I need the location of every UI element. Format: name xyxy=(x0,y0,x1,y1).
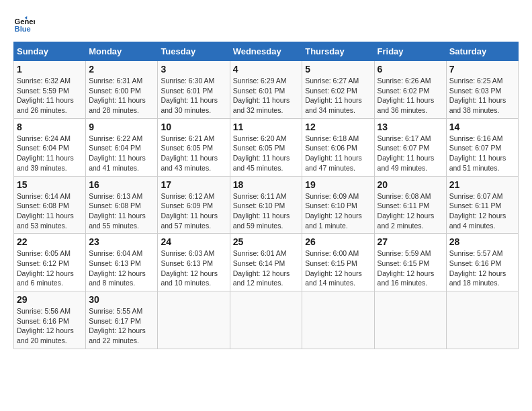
day-detail: Sunrise: 6:11 AM Sunset: 6:10 PM Dayligh… xyxy=(233,191,300,231)
calendar-cell: 1Sunrise: 6:32 AM Sunset: 5:59 PM Daylig… xyxy=(14,61,86,119)
day-number: 30 xyxy=(89,294,154,305)
day-number: 2 xyxy=(89,64,154,75)
day-number: 26 xyxy=(305,236,371,247)
day-header-saturday: Saturday xyxy=(446,42,518,61)
day-detail: Sunrise: 6:30 AM Sunset: 6:01 PM Dayligh… xyxy=(161,76,226,116)
calendar-cell: 12Sunrise: 6:18 AM Sunset: 6:06 PM Dayli… xyxy=(302,118,374,176)
calendar-cell: 25Sunrise: 6:01 AM Sunset: 6:14 PM Dayli… xyxy=(230,234,302,291)
day-number: 3 xyxy=(161,64,226,75)
day-number: 23 xyxy=(89,236,154,247)
day-detail: Sunrise: 6:04 AM Sunset: 6:13 PM Dayligh… xyxy=(89,248,154,288)
day-number: 13 xyxy=(378,122,443,132)
logo: General Blue xyxy=(13,13,38,35)
day-number: 7 xyxy=(449,64,515,75)
calendar-cell: 3Sunrise: 6:30 AM Sunset: 6:01 PM Daylig… xyxy=(158,61,230,119)
day-header-monday: Monday xyxy=(86,42,158,61)
day-detail: Sunrise: 6:14 AM Sunset: 6:08 PM Dayligh… xyxy=(17,191,83,231)
calendar-cell: 8Sunrise: 6:24 AM Sunset: 6:04 PM Daylig… xyxy=(14,118,86,176)
day-number: 22 xyxy=(17,236,83,247)
calendar-cell xyxy=(302,291,374,349)
calendar-cell: 27Sunrise: 5:59 AM Sunset: 6:15 PM Dayli… xyxy=(374,234,446,291)
calendar-cell: 15Sunrise: 6:14 AM Sunset: 6:08 PM Dayli… xyxy=(14,176,86,234)
day-detail: Sunrise: 5:59 AM Sunset: 6:15 PM Dayligh… xyxy=(378,248,443,288)
day-detail: Sunrise: 6:29 AM Sunset: 6:01 PM Dayligh… xyxy=(233,76,300,116)
day-number: 28 xyxy=(449,236,515,247)
day-number: 16 xyxy=(89,179,154,190)
day-number: 9 xyxy=(89,122,154,132)
day-detail: Sunrise: 6:13 AM Sunset: 6:08 PM Dayligh… xyxy=(89,191,154,231)
calendar-cell xyxy=(446,291,518,349)
day-detail: Sunrise: 6:27 AM Sunset: 6:02 PM Dayligh… xyxy=(305,76,371,116)
calendar-cell: 22Sunrise: 6:05 AM Sunset: 6:12 PM Dayli… xyxy=(14,234,86,291)
calendar-cell: 26Sunrise: 6:00 AM Sunset: 6:15 PM Dayli… xyxy=(302,234,374,291)
day-detail: Sunrise: 6:20 AM Sunset: 6:05 PM Dayligh… xyxy=(233,134,300,173)
day-detail: Sunrise: 6:12 AM Sunset: 6:09 PM Dayligh… xyxy=(161,191,226,231)
day-detail: Sunrise: 6:08 AM Sunset: 6:11 PM Dayligh… xyxy=(378,191,443,231)
day-detail: Sunrise: 6:25 AM Sunset: 6:03 PM Dayligh… xyxy=(449,76,515,116)
calendar-cell: 24Sunrise: 6:03 AM Sunset: 6:13 PM Dayli… xyxy=(158,234,230,291)
calendar-cell xyxy=(230,291,302,349)
day-detail: Sunrise: 6:07 AM Sunset: 6:11 PM Dayligh… xyxy=(449,191,515,231)
calendar-cell: 23Sunrise: 6:04 AM Sunset: 6:13 PM Dayli… xyxy=(86,234,158,291)
svg-text:General: General xyxy=(15,17,35,26)
calendar-cell: 17Sunrise: 6:12 AM Sunset: 6:09 PM Dayli… xyxy=(158,176,230,234)
calendar-cell: 13Sunrise: 6:17 AM Sunset: 6:07 PM Dayli… xyxy=(374,118,446,176)
calendar-cell: 11Sunrise: 6:20 AM Sunset: 6:05 PM Dayli… xyxy=(230,118,302,176)
day-header-sunday: Sunday xyxy=(14,42,86,61)
calendar-cell xyxy=(158,291,230,349)
day-number: 29 xyxy=(17,294,83,305)
calendar-cell: 18Sunrise: 6:11 AM Sunset: 6:10 PM Dayli… xyxy=(230,176,302,234)
calendar-cell: 5Sunrise: 6:27 AM Sunset: 6:02 PM Daylig… xyxy=(302,61,374,119)
day-detail: Sunrise: 5:55 AM Sunset: 6:17 PM Dayligh… xyxy=(89,306,154,346)
day-detail: Sunrise: 6:22 AM Sunset: 6:04 PM Dayligh… xyxy=(89,134,154,173)
day-detail: Sunrise: 6:05 AM Sunset: 6:12 PM Dayligh… xyxy=(17,248,83,288)
day-header-friday: Friday xyxy=(374,42,446,61)
day-detail: Sunrise: 6:21 AM Sunset: 6:05 PM Dayligh… xyxy=(161,134,226,173)
day-number: 1 xyxy=(17,64,83,75)
day-number: 27 xyxy=(378,236,443,247)
day-number: 19 xyxy=(305,179,371,190)
day-detail: Sunrise: 6:18 AM Sunset: 6:06 PM Dayligh… xyxy=(305,134,371,173)
day-detail: Sunrise: 6:31 AM Sunset: 6:00 PM Dayligh… xyxy=(89,76,154,116)
day-detail: Sunrise: 6:26 AM Sunset: 6:02 PM Dayligh… xyxy=(378,76,443,116)
day-number: 12 xyxy=(305,122,371,132)
day-detail: Sunrise: 6:24 AM Sunset: 6:04 PM Dayligh… xyxy=(17,134,83,173)
calendar-cell: 14Sunrise: 6:16 AM Sunset: 6:07 PM Dayli… xyxy=(446,118,518,176)
day-detail: Sunrise: 5:56 AM Sunset: 6:16 PM Dayligh… xyxy=(17,306,83,346)
day-number: 18 xyxy=(233,179,300,190)
day-detail: Sunrise: 6:17 AM Sunset: 6:07 PM Dayligh… xyxy=(378,134,443,173)
calendar-cell: 10Sunrise: 6:21 AM Sunset: 6:05 PM Dayli… xyxy=(158,118,230,176)
day-number: 17 xyxy=(161,179,226,190)
day-number: 25 xyxy=(233,236,300,247)
day-header-tuesday: Tuesday xyxy=(158,42,230,61)
calendar-cell: 29Sunrise: 5:56 AM Sunset: 6:16 PM Dayli… xyxy=(14,291,86,349)
day-number: 21 xyxy=(449,179,515,190)
logo-icon: General Blue xyxy=(13,13,35,35)
calendar-cell: 4Sunrise: 6:29 AM Sunset: 6:01 PM Daylig… xyxy=(230,61,302,119)
day-detail: Sunrise: 6:16 AM Sunset: 6:07 PM Dayligh… xyxy=(449,134,515,173)
calendar-cell: 9Sunrise: 6:22 AM Sunset: 6:04 PM Daylig… xyxy=(86,118,158,176)
calendar-cell: 19Sunrise: 6:09 AM Sunset: 6:10 PM Dayli… xyxy=(302,176,374,234)
calendar-cell: 21Sunrise: 6:07 AM Sunset: 6:11 PM Dayli… xyxy=(446,176,518,234)
day-detail: Sunrise: 6:03 AM Sunset: 6:13 PM Dayligh… xyxy=(161,248,226,288)
calendar-cell: 7Sunrise: 6:25 AM Sunset: 6:03 PM Daylig… xyxy=(446,61,518,119)
day-detail: Sunrise: 5:57 AM Sunset: 6:16 PM Dayligh… xyxy=(449,248,515,288)
calendar-cell xyxy=(374,291,446,349)
calendar-table: SundayMondayTuesdayWednesdayThursdayFrid… xyxy=(13,42,519,349)
day-number: 14 xyxy=(449,122,515,132)
calendar-cell: 16Sunrise: 6:13 AM Sunset: 6:08 PM Dayli… xyxy=(86,176,158,234)
calendar-cell: 6Sunrise: 6:26 AM Sunset: 6:02 PM Daylig… xyxy=(374,61,446,119)
calendar-cell: 2Sunrise: 6:31 AM Sunset: 6:00 PM Daylig… xyxy=(86,61,158,119)
calendar-cell: 28Sunrise: 5:57 AM Sunset: 6:16 PM Dayli… xyxy=(446,234,518,291)
day-detail: Sunrise: 6:09 AM Sunset: 6:10 PM Dayligh… xyxy=(305,191,371,231)
svg-text:Blue: Blue xyxy=(15,25,31,33)
day-number: 5 xyxy=(305,64,371,75)
day-detail: Sunrise: 6:01 AM Sunset: 6:14 PM Dayligh… xyxy=(233,248,300,288)
day-number: 11 xyxy=(233,122,300,132)
day-number: 4 xyxy=(233,64,300,75)
day-detail: Sunrise: 6:32 AM Sunset: 5:59 PM Dayligh… xyxy=(17,76,83,116)
day-number: 6 xyxy=(378,64,443,75)
day-number: 20 xyxy=(378,179,443,190)
day-detail: Sunrise: 6:00 AM Sunset: 6:15 PM Dayligh… xyxy=(305,248,371,288)
day-header-thursday: Thursday xyxy=(302,42,374,61)
